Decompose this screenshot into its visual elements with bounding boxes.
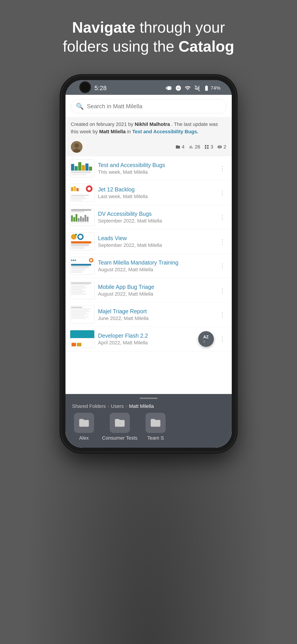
hero-bold-1: Navigate — [72, 19, 135, 36]
file-thumbnail — [70, 232, 94, 250]
folder-label-consumer: Consumer Tests — [102, 435, 138, 441]
file-name: Mobile App Bug Triage — [98, 284, 214, 290]
folder-icon-alex — [74, 413, 94, 433]
more-icon[interactable]: ⋮ — [218, 309, 227, 320]
list-item[interactable]: Mobile App Bug Triage August 2022, Matt … — [65, 278, 232, 302]
file-meta: This week, Matt Milella — [98, 169, 214, 175]
file-name: Team Milella Mandatory Training — [98, 260, 214, 266]
chart-stat-icon — [189, 144, 194, 149]
folder-item-team-s[interactable]: Team S — [141, 413, 170, 441]
search-bar[interactable]: 🔍 — [71, 99, 226, 113]
more-icon[interactable]: ⋮ — [218, 260, 227, 272]
user-row: 4 26 3 — [65, 139, 232, 156]
file-thumbnail — [70, 306, 94, 324]
folder-svg — [150, 417, 161, 429]
file-meta: August 2022, Matt Milella — [98, 267, 214, 272]
signal-icon — [194, 85, 200, 91]
file-info: Team Milella Mandatory Training August 2… — [98, 260, 214, 272]
file-meta: August 2022, Matt Milella — [98, 291, 214, 297]
info-text: Created on february 2021 by Nikhil Malho… — [65, 117, 232, 139]
file-name: Majel Triage Report — [98, 308, 214, 314]
battery-svg — [203, 85, 210, 91]
phone-wrapper: 5:28 — [61, 76, 236, 452]
file-thumbnail — [70, 160, 94, 177]
stat-views-count: 2 — [224, 144, 226, 150]
stat-grids: 3 — [204, 144, 213, 150]
more-icon[interactable]: ⋮ — [218, 334, 227, 344]
file-thumbnail — [70, 281, 94, 299]
svg-point-1 — [74, 143, 79, 148]
list-item[interactable]: DV Accessibility Bugs September 2022, Ma… — [65, 205, 232, 230]
file-info: Test and Accessibility Bugs This week, M… — [98, 162, 214, 175]
bg-decoration — [163, 510, 297, 644]
app-content: 🔍 Created on february 2021 by Nikhil Mal… — [65, 95, 232, 448]
file-meta: Last week, Matt Milella — [98, 194, 214, 200]
file-list: Test and Accessibility Bugs This week, M… — [65, 156, 232, 394]
phone-screen: 5:28 — [65, 80, 232, 448]
stat-views: 2 — [217, 144, 226, 150]
search-icon: 🔍 — [76, 103, 84, 110]
file-info: Jet 12 Backlog Last week, Matt Milella — [98, 186, 214, 200]
search-input[interactable] — [87, 103, 221, 110]
list-item[interactable]: Developer Flash 2.2 April 2022, Matt Mil… — [65, 327, 232, 351]
file-info: Mobile App Bug Triage August 2022, Matt … — [98, 284, 214, 297]
folder-icon-consumer — [110, 413, 130, 433]
avatar-svg — [71, 141, 82, 153]
info-creator: Nikhil Malhotra — [135, 122, 170, 127]
stat-files-count: 26 — [195, 144, 200, 150]
more-icon[interactable]: ⋮ — [218, 163, 227, 174]
list-item[interactable]: Leads View September 2022, Matt Milella … — [65, 230, 232, 254]
list-item[interactable]: Jet 12 Backlog Last week, Matt Milella ⋮ — [65, 181, 232, 205]
status-time: 5:28 — [94, 84, 107, 92]
info-text3: in — [127, 129, 132, 134]
more-icon[interactable]: ⋮ — [218, 188, 227, 198]
info-link[interactable]: Test and Accessibility Bugs. — [132, 129, 198, 134]
info-created: Created on february 2021 by — [71, 122, 135, 127]
list-item[interactable]: Test and Accessibility Bugs This week, M… — [65, 156, 232, 181]
breadcrumb-shared-folders[interactable]: Shared Folders — [72, 404, 106, 409]
user-avatar[interactable] — [71, 141, 82, 153]
file-name: Developer Flash 2.2 — [98, 332, 193, 339]
hero-bold-2: Catalog — [179, 38, 234, 55]
stats-row: 4 26 3 — [175, 144, 226, 150]
file-info: Majel Triage Report June 2022, Matt Mile… — [98, 308, 214, 321]
file-name: Test and Accessibility Bugs — [98, 162, 214, 168]
file-name: Jet 12 Backlog — [98, 186, 214, 193]
sort-button[interactable]: AZ↓ — [198, 331, 214, 347]
folder-icon-team — [145, 413, 166, 433]
more-icon[interactable]: ⋮ — [218, 285, 227, 296]
breadcrumb-users[interactable]: Users — [111, 404, 124, 409]
file-thumbnail — [70, 257, 94, 275]
file-name: Leads View — [98, 235, 214, 242]
stat-grids-count: 3 — [211, 144, 213, 150]
folder-item-alex[interactable]: Alex — [70, 413, 98, 441]
list-item[interactable]: Team Milella Mandatory Training August 2… — [65, 254, 232, 278]
hero-section: Navigate through yourfolders using the C… — [49, 18, 248, 56]
folder-grid: Alex Consumer Tests — [65, 413, 232, 441]
info-updater: Matt Milella — [99, 129, 126, 134]
stat-folders-count: 4 — [182, 144, 184, 150]
file-thumbnail — [70, 184, 94, 202]
breadcrumb-current[interactable]: Matt Milella — [129, 404, 154, 409]
folder-label-team: Team S — [147, 435, 164, 441]
file-meta: September 2022, Matt Milella — [98, 242, 214, 248]
breadcrumb-sep-2: › — [126, 404, 127, 409]
breadcrumb: Shared Folders › Users › Matt Milella — [65, 404, 232, 413]
list-item[interactable]: Majel Triage Report June 2022, Matt Mile… — [65, 302, 232, 327]
file-thumbnail — [70, 330, 94, 348]
folder-item-consumer-tests[interactable]: Consumer Tests — [98, 413, 142, 441]
bottom-panel: Shared Folders › Users › Matt Milella — [65, 394, 232, 448]
search-container: 🔍 — [65, 95, 232, 117]
stat-files: 26 — [189, 144, 200, 150]
camera-cutout — [79, 82, 91, 93]
bottom-handle — [140, 398, 158, 399]
grid-stat-icon — [204, 144, 209, 149]
phone-frame: 5:28 — [61, 76, 236, 452]
sort-label: AZ↓ — [203, 335, 209, 343]
folder-stat-icon — [175, 144, 180, 149]
folder-label-alex: Alex — [79, 435, 89, 441]
file-info: Developer Flash 2.2 April 2022, Matt Mil… — [98, 332, 193, 346]
folder-svg — [114, 417, 126, 429]
more-icon[interactable]: ⋮ — [218, 236, 227, 247]
more-icon[interactable]: ⋮ — [218, 212, 227, 223]
